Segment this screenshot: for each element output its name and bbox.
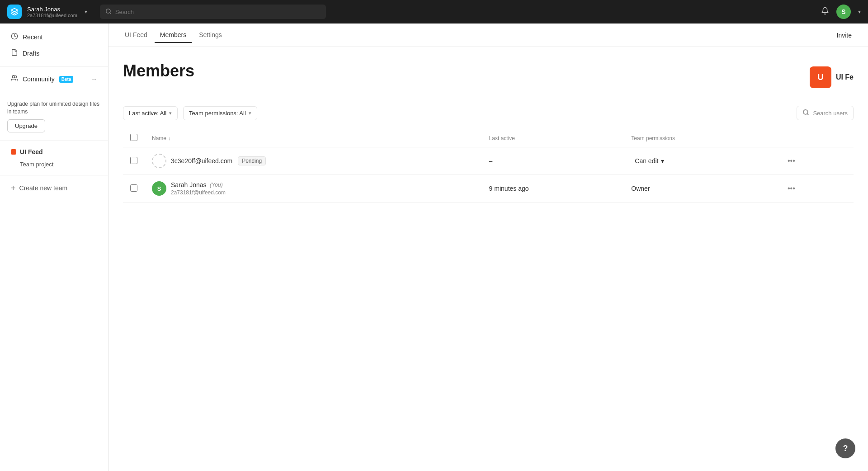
tab-bar: UI Feed Members Settings Invite [108, 24, 868, 47]
team-header: UI Feed [4, 146, 104, 158]
upgrade-button[interactable]: Upgrade [7, 119, 45, 132]
sidebar-item-recent[interactable]: Recent [4, 29, 104, 45]
main-layout: Recent Drafts Community Beta → Upgrade p… [0, 24, 868, 471]
sidebar-divider-2 [0, 92, 108, 92]
page-title: Members [123, 61, 194, 80]
member-avatar-pending [152, 154, 166, 168]
member-avatar-sarah: S [152, 181, 166, 196]
members-table: Name ↓ Last active Team permissions [123, 129, 854, 203]
beta-badge: Beta [59, 76, 74, 83]
team-project-label: Team project [20, 161, 53, 168]
svg-point-3 [12, 75, 14, 78]
actions-cell-sarah: ••• [777, 175, 854, 203]
tab-members[interactable]: Members [155, 28, 192, 43]
more-options-button-pending[interactable]: ••• [784, 155, 799, 167]
member-email-display: 3c3e20ff@uifeed.com [171, 157, 232, 165]
row-checkbox-cell [123, 147, 145, 175]
team-name-display: UI Fe [836, 73, 854, 81]
sidebar-create-team[interactable]: + Create new team [4, 180, 104, 197]
member-info-2: Sarah Jonas (You) 2a73181f@uifeed.com [171, 181, 226, 196]
search-users-bar[interactable]: Search users [797, 106, 854, 120]
team-header-right: U UI Fe [810, 66, 854, 88]
app-logo[interactable] [7, 5, 22, 19]
sort-icon: ↓ [168, 136, 171, 141]
team-color-dot [11, 149, 16, 155]
member-cell-sarah: S Sarah Jonas (You) 2a73181f@uifeed.com [145, 175, 482, 203]
more-options-button-sarah[interactable]: ••• [784, 183, 799, 194]
th-last-active: Last active [482, 129, 624, 147]
team-avatar: U [810, 66, 831, 88]
member-name-row: 3c3e20ff@uifeed.com Pending [171, 156, 266, 165]
svg-line-5 [807, 113, 809, 115]
filter-team-permissions[interactable]: Team permissions: All ▾ [183, 106, 257, 120]
permission-cell-pending: Can edit ▾ [624, 147, 777, 175]
th-actions [777, 129, 854, 147]
filter-last-active-chevron: ▾ [169, 110, 172, 116]
user-menu-chevron[interactable]: ▾ [85, 9, 87, 15]
avatar-chevron-icon[interactable]: ▾ [858, 9, 861, 15]
member-cell-pending: 3c3e20ff@uifeed.com Pending [145, 147, 482, 175]
search-users-placeholder: Search users [813, 110, 848, 117]
search-input[interactable] [115, 9, 321, 15]
content-header: Members U UI Fe [123, 61, 854, 93]
filter-permissions-chevron: ▾ [249, 110, 251, 116]
member-email-sarah: 2a73181f@uifeed.com [171, 189, 226, 196]
can-edit-label: Can edit [635, 157, 658, 165]
th-name: Name ↓ [145, 129, 482, 147]
sidebar-item-team-project[interactable]: Team project [4, 158, 104, 170]
row-checkbox-2[interactable] [130, 184, 137, 192]
notification-bell-icon[interactable] [821, 7, 829, 17]
last-active-cell-sarah: 9 minutes ago [482, 175, 624, 203]
row-checkbox[interactable] [130, 157, 137, 164]
pending-badge: Pending [238, 156, 266, 165]
community-icon [11, 75, 18, 84]
community-label: Community [23, 75, 55, 83]
content-area: UI Feed Members Settings Invite Members … [108, 24, 868, 471]
tabbar-right: Invite [831, 31, 857, 39]
topbar-right: S ▾ [821, 5, 861, 19]
sidebar-team-name[interactable]: UI Feed [20, 148, 43, 155]
drafts-icon [11, 49, 18, 58]
user-avatar[interactable]: S [836, 5, 851, 19]
sidebar-divider-1 [0, 66, 108, 66]
help-button[interactable]: ? [835, 438, 855, 458]
th-team-permissions: Team permissions [624, 129, 777, 147]
filter-last-active[interactable]: Last active: All ▾ [123, 106, 178, 120]
member-info-cell: 3c3e20ff@uifeed.com Pending [152, 154, 475, 168]
member-name-row-2: Sarah Jonas (You) [171, 181, 226, 188]
can-edit-chevron-icon: ▾ [661, 157, 664, 165]
tab-ui-feed[interactable]: UI Feed [119, 28, 153, 43]
upgrade-promo: Upgrade plan for unlimited design files … [7, 100, 101, 132]
tab-settings[interactable]: Settings [193, 28, 227, 43]
can-edit-permission-button[interactable]: Can edit ▾ [631, 155, 668, 166]
th-checkbox [123, 129, 145, 147]
sidebar-divider-3 [0, 141, 108, 141]
search-users-icon [802, 109, 809, 117]
topbar: Sarah Jonas 2a73181f@uifeed.com ▾ S ▾ [0, 0, 868, 24]
sidebar-recent-label: Recent [23, 33, 42, 41]
member-info-cell-2: S Sarah Jonas (You) 2a73181f@uifeed.com [152, 181, 475, 196]
last-active-time: 9 minutes ago [489, 185, 529, 192]
user-info: Sarah Jonas 2a73181f@uifeed.com [27, 6, 77, 18]
member-name-sarah: Sarah Jonas [171, 181, 207, 188]
permission-cell-sarah: Owner [624, 175, 777, 203]
table-row: 3c3e20ff@uifeed.com Pending – Ca [123, 147, 854, 175]
filters-row: Last active: All ▾ Team permissions: All… [123, 106, 854, 120]
search-icon [105, 8, 112, 16]
sidebar-item-community[interactable]: Community Beta → [4, 71, 104, 87]
user-email: 2a73181f@uifeed.com [27, 13, 77, 18]
community-arrow: → [91, 75, 97, 83]
actions-cell-pending: ••• [777, 147, 854, 175]
sidebar-drafts-label: Drafts [23, 50, 39, 57]
owner-label: Owner [631, 185, 650, 192]
sidebar-divider-4 [0, 175, 108, 175]
svg-line-1 [110, 12, 111, 14]
table-row: S Sarah Jonas (You) 2a73181f@uifeed.com [123, 175, 854, 203]
global-search[interactable] [100, 5, 326, 19]
select-all-checkbox[interactable] [130, 134, 137, 141]
invite-button[interactable]: Invite [831, 29, 857, 42]
last-active-dash: – [489, 157, 493, 165]
sidebar-item-drafts[interactable]: Drafts [4, 45, 104, 61]
upgrade-promo-text: Upgrade plan for unlimited design files … [7, 101, 99, 115]
member-you-tag: (You) [208, 182, 223, 188]
